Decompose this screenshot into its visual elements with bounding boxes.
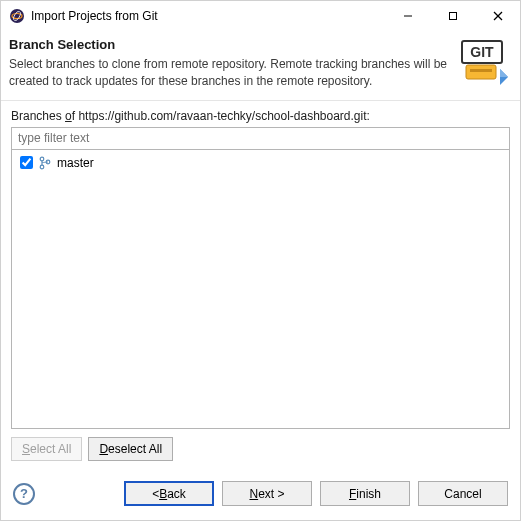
eclipse-icon — [9, 8, 25, 24]
page-description: Select branches to clone from remote rep… — [9, 56, 460, 90]
git-banner-icon: GIT — [460, 37, 508, 85]
cancel-button[interactable]: Cancel — [418, 481, 508, 506]
wizard-footer: ? < Back Next > Finish Cancel — [1, 471, 520, 520]
content-area: Branches of https://github.com/ravaan-te… — [1, 101, 520, 471]
finish-button[interactable]: Finish — [320, 481, 410, 506]
branch-name: master — [57, 156, 94, 170]
page-title: Branch Selection — [9, 37, 460, 52]
branch-list[interactable]: master — [11, 150, 510, 429]
next-button[interactable]: Next > — [222, 481, 312, 506]
branch-filter-input[interactable] — [11, 127, 510, 150]
svg-marker-12 — [500, 69, 508, 77]
help-icon[interactable]: ? — [13, 483, 35, 505]
svg-point-13 — [40, 157, 44, 161]
wizard-header: Branch Selection Select branches to clon… — [1, 31, 520, 101]
close-button[interactable] — [475, 1, 520, 31]
branch-icon — [38, 156, 52, 170]
branch-item[interactable]: master — [14, 154, 507, 172]
svg-text:GIT: GIT — [470, 44, 494, 60]
branch-checkbox[interactable] — [20, 156, 33, 169]
deselect-all-button[interactable]: Deselect All — [88, 437, 173, 461]
window-title: Import Projects from Git — [31, 9, 385, 23]
svg-rect-10 — [470, 69, 492, 72]
branches-label: Branches of https://github.com/ravaan-te… — [11, 109, 510, 123]
maximize-button[interactable] — [430, 1, 475, 31]
titlebar: Import Projects from Git — [1, 1, 520, 31]
select-all-button[interactable]: Select All — [11, 437, 82, 461]
svg-point-14 — [40, 165, 44, 169]
select-buttons: Select All Deselect All — [11, 437, 510, 461]
minimize-button[interactable] — [385, 1, 430, 31]
back-button[interactable]: < Back — [124, 481, 214, 506]
window-controls — [385, 1, 520, 31]
svg-rect-4 — [449, 13, 456, 20]
